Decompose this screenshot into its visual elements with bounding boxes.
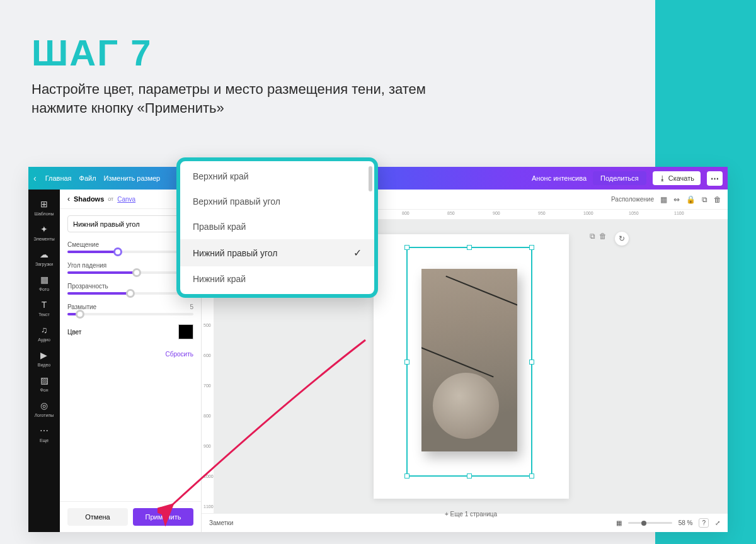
position-label[interactable]: Расположение bbox=[611, 196, 654, 203]
top-menu-bar: ‹ Главная Файл Изменить размер Анонс инт… bbox=[28, 167, 728, 190]
reset-link[interactable]: Сбросить bbox=[67, 351, 193, 358]
rail-label: Видео bbox=[38, 363, 50, 367]
download-button[interactable]: ⭳ Скачать bbox=[653, 171, 701, 185]
opacity-slider[interactable] bbox=[67, 292, 193, 295]
rail-label: Фон bbox=[40, 388, 48, 392]
zoom-slider[interactable] bbox=[628, 522, 672, 524]
angle-label: Угол падения bbox=[67, 262, 106, 269]
rail-icon: ✦ bbox=[38, 224, 50, 235]
rail-item-Загрузки[interactable]: ☁Загрузки bbox=[35, 245, 53, 270]
apply-button[interactable]: Применить bbox=[133, 508, 193, 526]
rail-label: Загрузки bbox=[35, 262, 53, 266]
notes-button[interactable]: Заметки bbox=[209, 519, 233, 526]
opacity-label: Прозрачность bbox=[67, 283, 108, 290]
blur-value: 5 bbox=[190, 303, 193, 310]
selection-box[interactable] bbox=[406, 247, 532, 477]
panel-title: Shadows bbox=[74, 195, 104, 203]
dropdown-option[interactable]: Нижний край bbox=[180, 266, 374, 292]
rail-icon: T bbox=[38, 299, 50, 310]
blur-label: Размытие bbox=[67, 303, 96, 310]
rail-label: Фото bbox=[39, 287, 49, 292]
rail-item-Логотипы[interactable]: ◎Логотипы bbox=[35, 396, 54, 421]
help-icon[interactable]: ? bbox=[699, 518, 709, 528]
transparency-icon[interactable]: ▦ bbox=[660, 195, 667, 204]
dropdown-option[interactable]: Нижний правый угол✓ bbox=[180, 239, 374, 266]
rail-item-Фото[interactable]: ▦Фото bbox=[38, 270, 50, 295]
tutorial-description: Настройте цвет, параметры и место размещ… bbox=[32, 80, 441, 117]
share-button[interactable]: Поделиться bbox=[593, 171, 646, 185]
download-icon: ⭳ bbox=[659, 174, 666, 182]
duplicate-icon[interactable]: ⧉ bbox=[702, 195, 707, 204]
rail-label: Шаблоны bbox=[35, 212, 54, 216]
lock-icon[interactable]: 🔒 bbox=[686, 195, 696, 204]
tutorial-header: ШАГ 7 Настройте цвет, параметры и место … bbox=[32, 31, 441, 117]
shadow-position-select[interactable]: Нижний правый угол ⌄ bbox=[67, 215, 193, 232]
rail-label: Логотипы bbox=[35, 413, 54, 417]
rail-item-Видео[interactable]: ▶Видео bbox=[38, 346, 50, 371]
color-label: Цвет bbox=[67, 329, 81, 336]
rail-item-Текст[interactable]: TТекст bbox=[38, 295, 50, 320]
blur-slider[interactable] bbox=[67, 313, 193, 315]
rail-icon: ▶ bbox=[38, 349, 50, 361]
tutorial-title: ШАГ 7 bbox=[32, 31, 441, 74]
rail-label: Аудио bbox=[38, 337, 50, 342]
more-button[interactable]: ⋯ bbox=[707, 171, 723, 186]
offset-label: Смещение bbox=[67, 241, 99, 248]
nav-home[interactable]: Главная bbox=[45, 174, 72, 182]
dropdown-option[interactable]: Верхний край bbox=[180, 164, 374, 189]
rail-item-Фон[interactable]: ▨Фон bbox=[38, 371, 50, 396]
rail-item-Еще[interactable]: ⋯Еще bbox=[38, 421, 50, 446]
fullscreen-icon[interactable]: ⤢ bbox=[715, 519, 720, 526]
panel-by: от bbox=[108, 196, 113, 202]
rail-icon: ◎ bbox=[38, 400, 50, 411]
rail-item-Элементы[interactable]: ✦Элементы bbox=[33, 220, 55, 245]
rail-label: Еще bbox=[40, 438, 49, 443]
grid-view-icon[interactable]: ▦ bbox=[616, 519, 622, 526]
rail-icon: ▦ bbox=[38, 274, 50, 285]
rail-icon: ♫ bbox=[38, 324, 50, 336]
dropdown-scrollbar[interactable] bbox=[369, 166, 372, 191]
delete-page-icon[interactable]: 🗑 bbox=[599, 232, 607, 241]
panel-back-icon[interactable]: ‹ bbox=[67, 195, 70, 203]
rail-icon: ⊞ bbox=[38, 198, 50, 210]
canvas-page[interactable]: ⧉ 🗑 ↻ bbox=[374, 234, 569, 499]
rail-icon: ⋯ bbox=[38, 425, 50, 436]
app-window: ‹ Главная Файл Изменить размер Анонс инт… bbox=[28, 167, 728, 532]
panel-brand-link[interactable]: Canva bbox=[117, 196, 135, 203]
link-icon[interactable]: ⇔ bbox=[673, 195, 680, 204]
offset-slider[interactable] bbox=[67, 251, 193, 253]
rail-label: Элементы bbox=[33, 237, 55, 241]
nav-file[interactable]: Файл bbox=[79, 174, 96, 182]
copy-page-icon[interactable]: ⧉ bbox=[590, 232, 595, 241]
page-quick-tools: ⧉ 🗑 bbox=[590, 232, 607, 241]
cancel-button[interactable]: Отмена bbox=[67, 508, 128, 526]
document-title[interactable]: Анонс интенсива bbox=[532, 174, 587, 182]
left-rail: ⊞Шаблоны✦Элементы☁Загрузки▦ФотоTТекст♫Ау… bbox=[28, 190, 60, 532]
color-swatch[interactable] bbox=[178, 324, 193, 339]
trash-icon[interactable]: 🗑 bbox=[714, 195, 721, 204]
rail-item-Шаблоны[interactable]: ⊞Шаблоны bbox=[35, 195, 54, 220]
back-chevron-icon[interactable]: ‹ bbox=[33, 173, 37, 183]
rail-item-Аудио[interactable]: ♫Аудио bbox=[38, 320, 50, 346]
dropdown-option[interactable]: Правый край bbox=[180, 214, 374, 239]
add-page-label[interactable]: + Еще 1 страница bbox=[445, 511, 497, 518]
angle-slider[interactable] bbox=[67, 271, 193, 274]
rail-label: Текст bbox=[38, 312, 50, 317]
zoom-value: 58 % bbox=[679, 519, 693, 526]
shadow-position-dropdown: Верхний крайВерхний правый уголПравый кр… bbox=[176, 157, 378, 298]
dropdown-option[interactable]: Верхний правый угол bbox=[180, 189, 374, 214]
check-icon: ✓ bbox=[353, 247, 362, 259]
refresh-icon[interactable]: ↻ bbox=[615, 232, 629, 246]
rail-icon: ▨ bbox=[38, 375, 50, 386]
nav-resize[interactable]: Изменить размер bbox=[104, 174, 161, 182]
rail-icon: ☁ bbox=[38, 249, 50, 260]
